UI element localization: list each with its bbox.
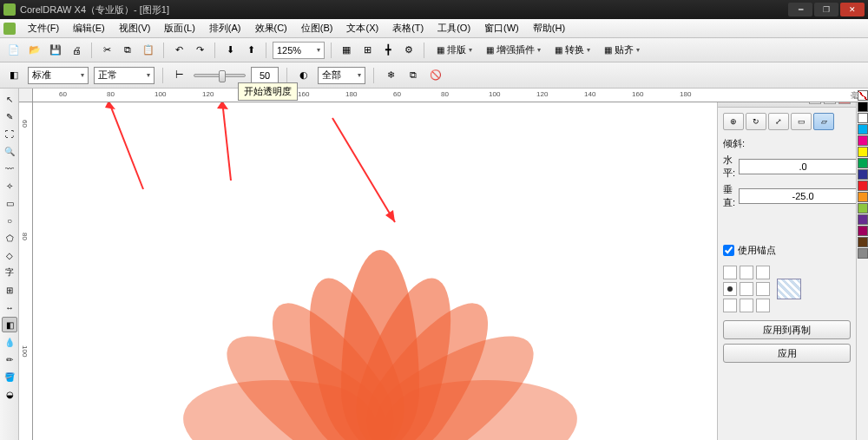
export-icon[interactable]: ⬆ [242,42,260,59]
menu-效果[interactable]: 效果(C) [248,20,294,36]
shape-tool[interactable]: ✎ [2,108,17,124]
print-icon[interactable]: 🖨 [68,42,85,59]
eyedropper-tool[interactable]: 💧 [2,334,17,350]
paste-icon[interactable]: 📋 [140,42,157,59]
guides-icon[interactable]: ╋ [379,42,397,59]
target-icon[interactable]: ◐ [295,67,312,84]
dimension-tool[interactable]: ↔ [2,299,17,315]
anchor-br[interactable] [756,299,770,312]
menu-排列[interactable]: 排列(A) [202,20,248,36]
horizontal-input[interactable] [739,159,867,174]
table-tool[interactable]: ⊞ [2,282,17,298]
anchor-bl[interactable] [723,299,737,312]
snap-icon[interactable]: ▦ [338,42,355,59]
ellipse-tool[interactable]: ○ [2,213,17,228]
freehand-tool[interactable]: 〰 [2,161,17,176]
menu-编辑[interactable]: 编辑(E) [66,20,112,36]
ruler-origin[interactable] [19,89,33,102]
minimize-button[interactable]: ━ [788,3,812,16]
apply-button[interactable]: 应用 [723,344,851,363]
text-tool[interactable]: 字 [2,265,17,280]
anchor-checkbox[interactable] [723,245,734,256]
color-swatch[interactable] [858,237,868,247]
toolbar-贴齐[interactable]: ▦ 贴齐▾ [598,42,646,59]
color-swatch[interactable] [858,226,868,236]
color-swatch[interactable] [858,124,868,135]
outline-tool[interactable]: ✏ [2,351,17,367]
transparency-slider[interactable] [194,74,246,77]
transparency-tool-icon[interactable]: ◧ [5,67,23,84]
options-icon[interactable]: ⚙ [400,42,418,59]
transparency-value-input[interactable] [251,67,279,84]
copy-props-icon[interactable]: ⧉ [404,67,422,84]
import-icon[interactable]: ⬇ [221,42,239,59]
anchor-grid[interactable] [723,266,770,312]
polygon-tool[interactable]: ⬠ [2,230,17,246]
color-swatch[interactable] [858,203,868,213]
scope-select[interactable]: 全部 [318,67,365,84]
rotate-tab[interactable]: ↻ [746,113,766,130]
toolbar-转换[interactable]: ▦ 转换▾ [549,42,596,59]
color-swatch[interactable] [858,214,868,225]
anchor-tc[interactable] [740,266,753,279]
menu-版面[interactable]: 版面(L) [157,20,201,36]
menu-帮助[interactable]: 帮助(H) [526,20,572,36]
color-swatch[interactable] [858,248,868,259]
anchor-tr[interactable] [756,266,770,279]
menu-工具[interactable]: 工具(O) [431,20,477,36]
open-icon[interactable]: 📂 [26,42,43,59]
blend-mode-select[interactable]: 正常 [94,67,155,84]
interactive-fill-tool[interactable]: ◒ [2,386,17,402]
anchor-bc[interactable] [740,299,753,312]
crop-tool[interactable]: ⛶ [2,126,17,141]
cut-icon[interactable]: ✂ [98,42,115,59]
color-swatch[interactable] [858,158,868,168]
toolbar-增强插件[interactable]: ▦ 增强插件▾ [480,42,547,59]
canvas[interactable] [33,102,717,440]
interactive-tool[interactable]: ◧ [2,317,17,332]
new-icon[interactable]: 📄 [5,42,23,59]
maximize-button[interactable]: ❐ [814,3,838,16]
edge-left-icon[interactable]: ⊢ [171,67,188,84]
size-tab[interactable]: ▭ [791,113,812,130]
scale-tab[interactable]: ⤢ [768,113,789,130]
zoom-tool[interactable]: 🔍 [2,143,17,159]
vertical-input[interactable] [739,188,867,204]
color-swatch[interactable] [858,102,868,112]
color-swatch[interactable] [858,192,868,202]
clear-icon[interactable]: 🚫 [427,67,444,84]
transparency-type-select[interactable]: 标准 [28,67,89,84]
save-icon[interactable]: 💾 [47,42,64,59]
close-button[interactable]: ✕ [840,3,865,16]
anchor-mr[interactable] [756,282,770,296]
menu-文本[interactable]: 文本(X) [339,20,385,36]
anchor-tl[interactable] [723,266,737,279]
menu-视图[interactable]: 视图(V) [112,20,158,36]
color-swatch[interactable] [858,147,868,157]
basic-shapes-tool[interactable]: ◇ [2,247,17,263]
copy-icon[interactable]: ⧉ [119,42,136,59]
anchor-mc[interactable] [740,282,753,296]
freeze-icon[interactable]: ❄ [382,67,399,84]
anchor-ml[interactable] [723,282,737,296]
grid-icon[interactable]: ⊞ [358,42,376,59]
undo-icon[interactable]: ↶ [170,42,187,59]
pick-tool[interactable]: ↖ [2,91,17,107]
menu-文件[interactable]: 文件(F) [21,20,66,36]
apply-duplicate-button[interactable]: 应用到再制 [723,320,851,339]
menu-表格[interactable]: 表格(T) [385,20,431,36]
menu-位图[interactable]: 位图(B) [294,20,340,36]
rectangle-tool[interactable]: ▭ [2,195,17,211]
color-swatch[interactable] [858,169,868,180]
color-swatch[interactable] [858,181,868,191]
smart-tool[interactable]: ✧ [2,178,17,194]
color-swatch[interactable] [858,113,868,123]
toolbar-排版[interactable]: ▦ 排版▾ [431,42,478,59]
redo-icon[interactable]: ↷ [191,42,208,59]
fill-tool[interactable]: 🪣 [2,369,17,384]
skew-tab[interactable]: ▱ [813,113,834,130]
color-swatch[interactable] [858,135,868,146]
no-fill-swatch[interactable] [858,90,868,101]
zoom-select[interactable]: 125% [273,42,325,59]
menu-窗口[interactable]: 窗口(W) [477,20,526,36]
